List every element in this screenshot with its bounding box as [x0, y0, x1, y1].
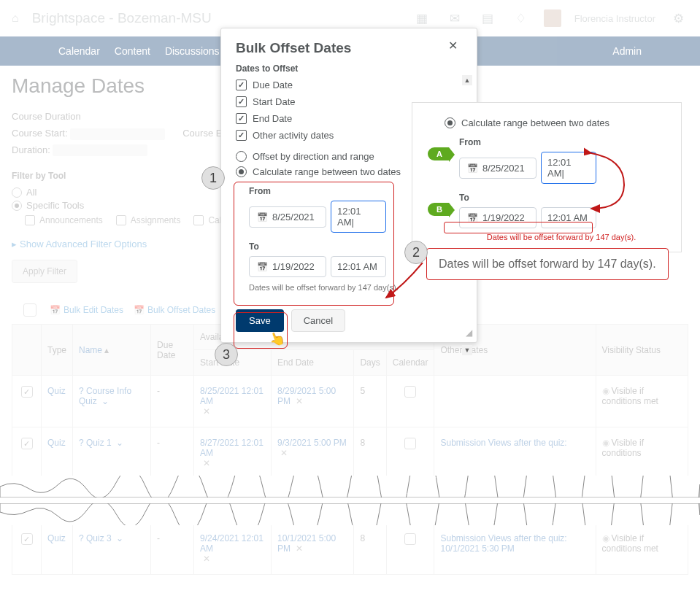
- row-start[interactable]: 8/25/2021 12:01 AM: [200, 386, 264, 406]
- offset-direction-radio[interactable]: [236, 151, 247, 162]
- bulk-offset-link[interactable]: 📅 Bulk Offset Dates: [134, 305, 215, 315]
- tool-calendar-check[interactable]: [193, 215, 204, 225]
- arrow-curve: [584, 144, 635, 217]
- filter-all-radio[interactable]: [12, 187, 22, 198]
- row-other[interactable]: Submission Views after the quiz:: [440, 438, 566, 448]
- col-name[interactable]: Name ▴: [79, 345, 109, 355]
- col-due[interactable]: Due Date: [151, 325, 194, 376]
- row-type[interactable]: Quiz: [47, 386, 66, 396]
- row-start[interactable]: 8/27/2021 12:01 AM: [200, 438, 264, 458]
- chat-icon[interactable]: ▤: [482, 11, 493, 26]
- mail-icon[interactable]: ✉: [450, 11, 460, 26]
- col-calendar: Calendar: [386, 350, 434, 376]
- col-type[interactable]: Type: [42, 325, 73, 376]
- course-start-label: Course Start:: [12, 128, 68, 139]
- modal-title: Bulk Offset Dates: [236, 40, 462, 56]
- start-date-check[interactable]: [236, 96, 247, 107]
- callout-from-date[interactable]: 8/25/2021: [459, 158, 536, 179]
- nav-admin[interactable]: Admin: [612, 45, 642, 57]
- row-end[interactable]: 9/3/2021 5:00 PM: [277, 438, 347, 448]
- row-calendar-check[interactable]: [404, 438, 416, 449]
- row-vis: ◉Visible if conditions: [596, 427, 688, 479]
- remove-icon[interactable]: ✕: [203, 554, 210, 564]
- end-date-check[interactable]: [236, 113, 247, 124]
- avatar[interactable]: [544, 9, 561, 27]
- row-check[interactable]: [21, 533, 33, 545]
- to-time-input[interactable]: 12:01 AM: [331, 256, 386, 277]
- row-due: -: [151, 427, 194, 479]
- callout-hint: Dates will be offset forward by 147 day(…: [452, 233, 671, 241]
- due-date-check[interactable]: [236, 80, 247, 90]
- cancel-button[interactable]: Cancel: [291, 309, 345, 332]
- home-icon[interactable]: ⌂: [12, 12, 19, 25]
- row-days: 8: [354, 523, 386, 575]
- calendar-icon: [467, 163, 478, 174]
- callout-to-label: To: [459, 193, 671, 203]
- to-date-input[interactable]: 1/19/2022: [249, 256, 326, 277]
- remove-icon[interactable]: ✕: [203, 406, 210, 417]
- col-end[interactable]: End Date: [272, 350, 354, 376]
- dates-to-offset-label: Dates to Offset: [236, 63, 462, 74]
- bulk-edit-link[interactable]: 📅 Bulk Edit Dates: [50, 305, 123, 315]
- calendar-icon: [467, 212, 478, 223]
- scroll-up-icon[interactable]: ▲: [462, 75, 472, 85]
- gear-icon[interactable]: ⚙: [673, 11, 684, 26]
- eye-icon: ◉: [602, 533, 609, 543]
- brand-title: Brightspace - Bozeman-MSU: [32, 10, 212, 26]
- remove-icon[interactable]: ✕: [280, 448, 288, 458]
- row-due: -: [151, 376, 194, 427]
- eye-icon: ◉: [602, 386, 609, 396]
- nav-calendar[interactable]: Calendar: [58, 45, 100, 57]
- bell-icon[interactable]: ♢: [515, 11, 526, 26]
- duration-row-label: Duration:: [12, 144, 50, 155]
- row-calendar-check[interactable]: [404, 533, 416, 545]
- row-name[interactable]: ? Quiz 3 ⌄: [79, 533, 123, 543]
- select-all-check[interactable]: [23, 303, 36, 317]
- row-due: -: [151, 523, 194, 575]
- callout-to-date[interactable]: 1/19/2022: [459, 207, 536, 228]
- remove-icon[interactable]: ✕: [296, 543, 303, 554]
- filter-specific-radio[interactable]: [12, 201, 22, 211]
- row-start[interactable]: 9/24/2021 12:01 AM: [200, 533, 264, 554]
- apps-icon[interactable]: ▦: [416, 11, 428, 26]
- from-time-input[interactable]: 12:01 AM|: [331, 201, 386, 233]
- calendar-icon: [257, 261, 268, 272]
- other-dates-check[interactable]: [236, 130, 247, 141]
- callout-radio[interactable]: [445, 117, 455, 128]
- nav-discussions[interactable]: Discussions: [165, 45, 220, 57]
- offset-hint: Dates will be offset forward by 147 day(…: [249, 283, 462, 292]
- remove-icon[interactable]: ✕: [296, 396, 303, 406]
- table-row: Quiz ? Quiz 1 ⌄ - 8/27/2021 12:01 AM✕ 9/…: [12, 427, 688, 479]
- callout-message: Dates will be offset forward by 147 day(…: [426, 248, 669, 280]
- tool-announcements-check[interactable]: [25, 215, 35, 225]
- row-days: 5: [354, 376, 386, 427]
- arrow-step2: [382, 263, 426, 306]
- remove-icon[interactable]: ✕: [203, 458, 210, 468]
- row-end[interactable]: 10/1/2021 5:00 PM: [277, 533, 336, 554]
- nav-content[interactable]: Content: [115, 45, 150, 57]
- close-icon[interactable]: ✕: [448, 39, 458, 53]
- save-button[interactable]: Save: [236, 309, 284, 332]
- calculate-range-radio[interactable]: [236, 166, 247, 177]
- row-check[interactable]: [21, 438, 33, 449]
- row-calendar-check[interactable]: [404, 386, 416, 398]
- from-date-input[interactable]: 8/25/2021: [249, 206, 326, 228]
- row-type[interactable]: Quiz: [47, 533, 66, 543]
- row-end[interactable]: 8/29/2021 5:00 PM: [277, 386, 336, 406]
- row-type[interactable]: Quiz: [47, 438, 66, 448]
- username[interactable]: Florencia Instructor: [574, 13, 655, 24]
- apply-filter-button[interactable]: Apply Filter: [12, 260, 77, 283]
- callout-panel: Calculate range between two dates From 8…: [412, 102, 682, 252]
- step-1: 1: [201, 166, 225, 190]
- row-other[interactable]: Submission Views after the quiz: 10/1/20…: [440, 533, 566, 554]
- row-name[interactable]: ? Course Info Quiz ⌄: [79, 386, 131, 406]
- scroll-down-icon[interactable]: ▼: [462, 345, 472, 355]
- resize-grip-icon[interactable]: ◢: [466, 328, 472, 338]
- row-name[interactable]: ? Quiz 1 ⌄: [79, 438, 123, 448]
- row-check[interactable]: [21, 386, 33, 398]
- calendar-icon: [257, 212, 268, 222]
- row-days: 8: [354, 427, 386, 479]
- tool-assignments-check[interactable]: [116, 215, 126, 225]
- dates-table: Type Name ▴ Due Date Availability Other …: [12, 324, 688, 575]
- step-2: 2: [404, 241, 428, 264]
